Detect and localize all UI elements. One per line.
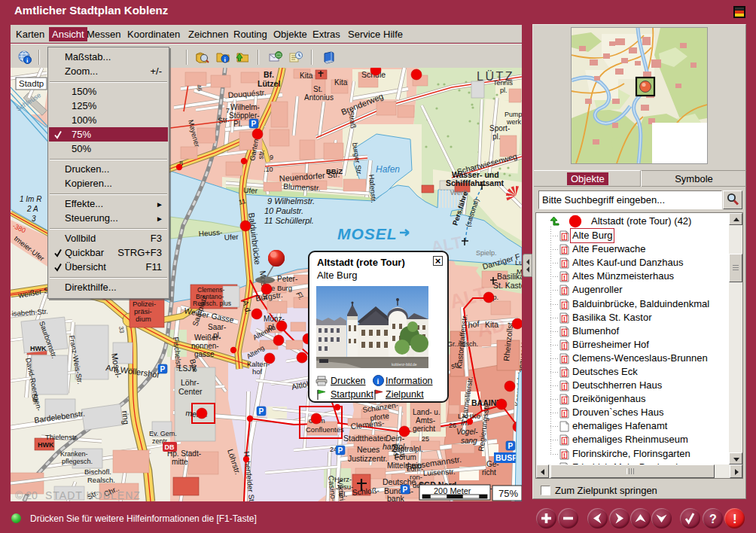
svg-text:Bischöfl.: Bischöfl. xyxy=(84,468,111,476)
svg-text:!: ! xyxy=(563,260,565,268)
svg-text:P: P xyxy=(403,486,408,494)
svg-text:Schifffahrtsamt: Schifffahrtsamt xyxy=(446,178,505,187)
svg-text:3: 3 xyxy=(32,215,36,223)
svg-text:1 Im R: 1 Im R xyxy=(20,195,41,203)
svg-text:richt: richt xyxy=(482,468,496,477)
svg-text:2 A: 2 A xyxy=(26,205,38,213)
svg-text:Stadtp: Stadtp xyxy=(19,79,44,88)
svg-text:Bf.: Bf. xyxy=(264,70,274,79)
svg-text:bank: bank xyxy=(387,494,405,501)
svg-text:P: P xyxy=(259,407,264,416)
svg-text:P: P xyxy=(160,365,166,373)
svg-text:.10: .10 xyxy=(264,166,273,173)
svg-text:Kita: Kita xyxy=(300,72,313,80)
svg-text:© 20: © 20 xyxy=(15,489,38,501)
svg-text:Amts-: Amts- xyxy=(416,416,435,425)
svg-text:St.: St. xyxy=(313,85,322,93)
svg-text:koblenz-bild.de: koblenz-bild.de xyxy=(392,362,417,367)
svg-text:ring: ring xyxy=(120,410,131,425)
svg-text:STADT KOBLENZ: STADT KOBLENZ xyxy=(45,489,141,501)
svg-text:!: ! xyxy=(563,383,565,391)
svg-text:!: ! xyxy=(563,343,565,350)
svg-text:gasse: gasse xyxy=(194,350,215,358)
svg-text:Vogel-: Vogel- xyxy=(456,428,478,436)
svg-text:P: P xyxy=(251,120,257,128)
svg-text:Pl.: Pl. xyxy=(233,120,242,128)
svg-text:!: ! xyxy=(733,512,737,526)
svg-text:26: 26 xyxy=(449,422,456,429)
svg-text:gericht: gericht xyxy=(413,425,435,433)
svg-text:!: ! xyxy=(563,329,565,337)
svg-text:!: ! xyxy=(563,315,565,323)
svg-text:Luisenstr.: Luisenstr. xyxy=(423,468,456,477)
svg-text:hof: hof xyxy=(252,367,263,376)
svg-text:25: 25 xyxy=(422,435,429,443)
svg-text:Neues: Neues xyxy=(357,445,380,454)
svg-text:Stöppler-: Stöppler- xyxy=(229,111,260,120)
svg-text:75%: 75% xyxy=(498,488,518,499)
svg-text:Heuss-: Heuss- xyxy=(198,228,222,238)
svg-text:!: ! xyxy=(563,397,565,404)
svg-text:i: i xyxy=(377,377,380,385)
svg-text:!: ! xyxy=(563,410,565,418)
svg-text:Lu: Lu xyxy=(515,258,522,266)
svg-text:Hafen: Hafen xyxy=(376,164,400,175)
svg-text:Land- u.: Land- u. xyxy=(413,408,440,416)
svg-text:!: ! xyxy=(563,452,565,459)
svg-text:P: P xyxy=(508,442,514,450)
svg-text:7: 7 xyxy=(226,107,230,114)
svg-text:pflegesch.: pflegesch. xyxy=(62,458,93,465)
svg-text:P: P xyxy=(338,446,343,455)
svg-text:Justizzentr.: Justizzentr. xyxy=(348,454,388,463)
svg-text:Deutsche: Deutsche xyxy=(383,477,416,486)
svg-text:!: ! xyxy=(563,370,565,377)
svg-text:Gr..ndsch.: Gr..ndsch. xyxy=(447,340,478,348)
svg-text:Saar-: Saar- xyxy=(208,323,226,331)
svg-text:Peter-: Peter- xyxy=(277,275,297,283)
svg-text:Stadttheater: Stadttheater xyxy=(343,434,387,443)
svg-text:Spielp.: Spielp. xyxy=(476,249,497,257)
svg-text:Tennis: Tennis xyxy=(493,79,514,87)
svg-text:werk: werk xyxy=(506,118,522,126)
svg-text:pl.: pl. xyxy=(213,331,221,340)
svg-text:Kranken-: Kranken- xyxy=(60,450,88,458)
svg-text:Ev. Gem.: Ev. Gem. xyxy=(149,430,177,437)
svg-text:Thielenstr.: Thielenstr. xyxy=(45,433,78,441)
svg-text:Lützel: Lützel xyxy=(258,79,280,88)
svg-text:str.: str. xyxy=(256,149,266,160)
svg-text:DB: DB xyxy=(165,443,175,451)
svg-text:pl.: pl. xyxy=(500,87,508,94)
svg-text:St. Kasto: St. Kasto xyxy=(493,281,522,290)
svg-text:mitte: mitte xyxy=(172,458,188,466)
svg-text:sang: sang xyxy=(461,437,477,445)
svg-text:Löhr-: Löhr- xyxy=(181,378,200,387)
svg-text:nonnen-: nonnen- xyxy=(191,342,219,350)
svg-text:!: ! xyxy=(563,302,565,309)
svg-text:9 Wilhelmstr.: 9 Wilhelmstr. xyxy=(267,196,315,206)
svg-text:MOSEL: MOSEL xyxy=(337,225,398,242)
svg-text:200 Meter: 200 Meter xyxy=(434,486,471,495)
svg-text:11 Schüllerpl.: 11 Schüllerpl. xyxy=(264,216,314,225)
svg-text:HWK: HWK xyxy=(30,345,47,352)
svg-text:Center: Center xyxy=(178,387,203,396)
svg-text:Ufer: Ufer xyxy=(243,186,258,195)
svg-text:Löhr-: Löhr- xyxy=(407,464,423,473)
svg-text:BUSP: BUSP xyxy=(495,453,517,462)
svg-text:BBiZ: BBiZ xyxy=(326,167,343,175)
svg-text:!: ! xyxy=(563,274,565,282)
svg-text:Wilhelm-: Wilhelm- xyxy=(230,103,260,111)
svg-text:!: ! xyxy=(563,356,565,364)
svg-text:9: 9 xyxy=(270,154,273,161)
svg-text:!: ! xyxy=(563,233,565,241)
svg-text:Antonius: Antonius xyxy=(304,93,334,102)
svg-text:M: M xyxy=(517,267,522,276)
svg-text:Pump: Pump xyxy=(505,111,522,118)
svg-text:Str.: Str. xyxy=(218,115,230,125)
svg-text:Ufer: Ufer xyxy=(224,233,239,242)
svg-text:pl.: pl. xyxy=(492,132,501,141)
svg-text:?: ? xyxy=(709,513,717,525)
svg-text:!: ! xyxy=(563,437,565,445)
svg-text:Kita: Kita xyxy=(334,78,348,87)
svg-text:!: ! xyxy=(563,288,565,295)
svg-text:Realsch.: Realsch. xyxy=(87,476,115,484)
